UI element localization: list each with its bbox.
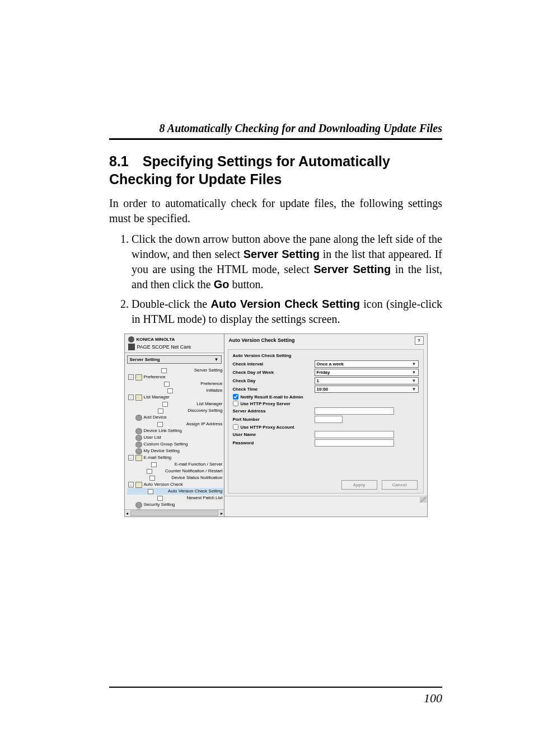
tree-item-label: Supported Models [144,508,180,509]
notify-admin-checkbox[interactable] [233,394,238,400]
tree-item[interactable]: Discovery Setting [127,407,224,414]
tree-item-label: E-mail Function / Server [175,461,223,468]
subbrand-line: PAGE SCOPE Net Care [125,344,224,353]
check-interval-label: Check Interval [233,361,315,367]
tree-expand-icon[interactable]: - [128,395,134,400]
scroll-right-icon[interactable]: ▸ [221,511,223,516]
page-icon [161,368,167,373]
subbrand-text: PAGE SCOPE Net Care [137,344,191,350]
right-pane-title: Auto Version Check Setting [224,334,427,344]
tree-item[interactable]: -Auto Version Check [127,481,224,488]
tree-item[interactable]: Server Setting [127,367,224,374]
cancel-button[interactable]: Cancel [382,480,418,490]
tree-item-label: Discovery Setting [188,407,222,414]
tree-item-label: Initialize [207,387,223,394]
screenshot-right-pane: Auto Version Check Setting ? Auto Versio… [224,334,427,516]
tree-item[interactable]: Preference [127,381,224,387]
tree-item[interactable]: -List Manager [127,394,224,401]
steps-list: Click the down arrow button above the pa… [109,232,442,327]
footer-rule [109,687,442,688]
server-address-input[interactable] [315,407,394,415]
tree-item[interactable]: Add Device [127,414,224,421]
page-icon [162,402,168,407]
chevron-down-icon: ▼ [412,361,416,367]
subbrand-icon [128,344,135,350]
tree-item[interactable]: User List [127,434,224,441]
port-number-input[interactable] [315,416,343,423]
chevron-down-icon: ▼ [214,357,219,362]
apply-button[interactable]: Apply [341,480,377,490]
tree-item-label: List Manager [196,401,222,407]
folder-icon [135,395,142,401]
page-icon [158,408,163,414]
tree-item[interactable]: -Preference [127,374,224,381]
tree-item[interactable]: Auto Version Check Setting [127,488,224,495]
settings-panel: Auto Version Check Setting Check Interva… [228,349,424,494]
scroll-left-icon[interactable]: ◂ [126,511,128,516]
tree-item[interactable]: My Device Setting [127,448,224,454]
resize-grip-icon [420,497,427,503]
tree-item[interactable]: Counter Notification / Restart [127,468,224,475]
chevron-down-icon: ▼ [412,378,416,383]
scroll-track[interactable] [130,510,218,516]
server-address-label: Server Address [233,408,315,414]
user-name-input[interactable] [315,431,394,438]
tree-item[interactable]: List Manager [127,401,224,407]
check-dow-label: Check Day of Week [233,370,315,375]
tree-item[interactable]: Initialize [127,387,224,394]
tree-item[interactable]: Device Status Notification [127,475,224,481]
gear-icon [135,435,142,441]
gear-icon [135,415,142,421]
use-proxy-account-label: Use HTTP Proxy Account [241,425,294,430]
password-input[interactable] [315,439,394,447]
tree-item-label: User List [144,434,162,441]
resize-grip[interactable] [224,496,427,503]
tree-item[interactable]: E-mail Function / Server [127,461,224,468]
category-dropdown[interactable]: Server Setting ▼ [127,355,222,364]
step-1: Click the down arrow button above the pa… [132,232,442,292]
brand-text: KONICA MINOLTA [137,337,175,342]
running-head: 8 Automatically Checking for and Downloa… [109,122,442,135]
page-icon [164,382,170,387]
help-button[interactable]: ? [415,336,424,345]
gear-icon [135,509,142,510]
check-time-select[interactable]: 10:00▼ [315,386,419,393]
page-number: 100 [109,691,442,706]
tree-item-label: List Manager [144,394,170,401]
panel-title: Auto Version Check Setting [233,353,419,358]
page-icon [149,476,155,481]
page-icon [157,496,163,501]
check-dow-select[interactable]: Friday▼ [315,369,419,376]
settings-tree[interactable]: Server Setting-PreferencePreferenceIniti… [125,366,224,509]
use-proxy-account-checkbox[interactable] [233,424,238,430]
tree-item[interactable]: -E-mail Setting [127,454,224,461]
tree-item[interactable]: Device Link Setting [127,428,224,434]
brand-logo-icon [128,336,134,342]
user-name-label: User Name [233,432,315,437]
check-day-select[interactable]: 1▼ [315,377,419,384]
folder-icon [135,482,142,488]
gear-icon [135,502,142,508]
tree-expand-icon[interactable]: - [128,374,134,380]
folder-icon [135,374,142,381]
tree-item-label: Auto Version Check Setting [168,488,222,495]
tree-item[interactable]: Newest Patch List [127,495,224,501]
page-icon [147,469,152,474]
use-proxy-server-checkbox[interactable] [233,401,238,406]
port-number-label: Port Number [233,417,315,422]
tree-item-label: Preference [144,374,166,381]
tree-item[interactable]: Security Setting [127,501,224,508]
tree-item-label: My Device Setting [144,448,180,454]
tree-expand-icon[interactable]: - [128,455,134,461]
chevron-down-icon: ▼ [412,370,416,375]
tree-item[interactable]: Assign IP Address [127,421,224,428]
check-interval-select[interactable]: Once a week▼ [315,360,419,368]
tree-item[interactable]: Custom Group Setting [127,441,224,448]
tree-item-label: Add Device [144,414,167,421]
tree-item-label: Auto Version Check [144,481,183,488]
chevron-down-icon: ▼ [412,387,416,392]
tree-expand-icon[interactable]: - [128,482,134,487]
tree-item-label: Server Setting [194,367,223,374]
tree-scrollbar[interactable]: ◂ ▸ [125,509,224,516]
folder-icon [135,455,142,461]
